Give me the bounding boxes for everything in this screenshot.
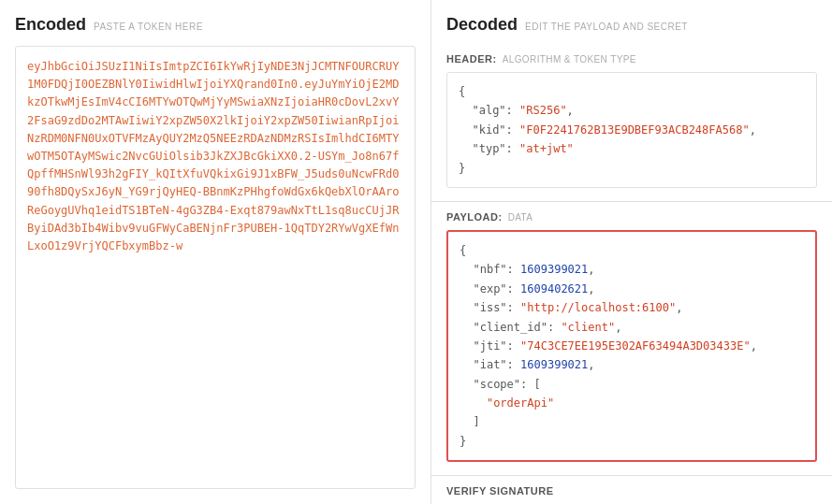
header-section-header: HEADER: ALGORITHM & TOKEN TYPE xyxy=(446,53,817,65)
verify-section: VERIFY SIGNATURE RSASHA256( base64UrlEnc… xyxy=(431,476,832,504)
payload-section-header: PAYLOAD: DATA xyxy=(446,211,817,223)
payload-sublabel: DATA xyxy=(508,212,533,223)
header-json[interactable]: { "alg": "RS256", "kid": "F0F2241762B13E… xyxy=(446,72,817,188)
verify-label: VERIFY SIGNATURE xyxy=(446,485,554,497)
encoded-panel: Encoded PASTE A TOKEN HERE eyJhbGciOiJSU… xyxy=(0,0,431,504)
encoded-header: Encoded PASTE A TOKEN HERE xyxy=(15,15,416,35)
payload-label: PAYLOAD: xyxy=(446,211,503,223)
decoded-title: Decoded xyxy=(446,15,518,35)
encoded-subtitle: PASTE A TOKEN HERE xyxy=(94,22,203,32)
decoded-header: Decoded EDIT THE PAYLOAD AND SECRET xyxy=(431,0,832,35)
header-label: HEADER: xyxy=(446,53,497,65)
encoded-title: Encoded xyxy=(15,15,86,35)
payload-json[interactable]: { "nbf": 1609399021, "exp": 1609402621, … xyxy=(446,230,817,462)
header-sublabel: ALGORITHM & TOKEN TYPE xyxy=(503,54,636,65)
verify-section-header: VERIFY SIGNATURE xyxy=(446,485,817,497)
encoded-textarea[interactable]: eyJhbGciOiJSUzI1NiIsImtpZCI6IkYwRjIyNDE3… xyxy=(15,46,416,489)
decoded-subtitle: EDIT THE PAYLOAD AND SECRET xyxy=(525,22,688,32)
decoded-panel: Decoded EDIT THE PAYLOAD AND SECRET HEAD… xyxy=(431,0,832,504)
header-section: HEADER: ALGORITHM & TOKEN TYPE { "alg": … xyxy=(431,44,832,202)
payload-section: PAYLOAD: DATA { "nbf": 1609399021, "exp"… xyxy=(431,202,832,476)
